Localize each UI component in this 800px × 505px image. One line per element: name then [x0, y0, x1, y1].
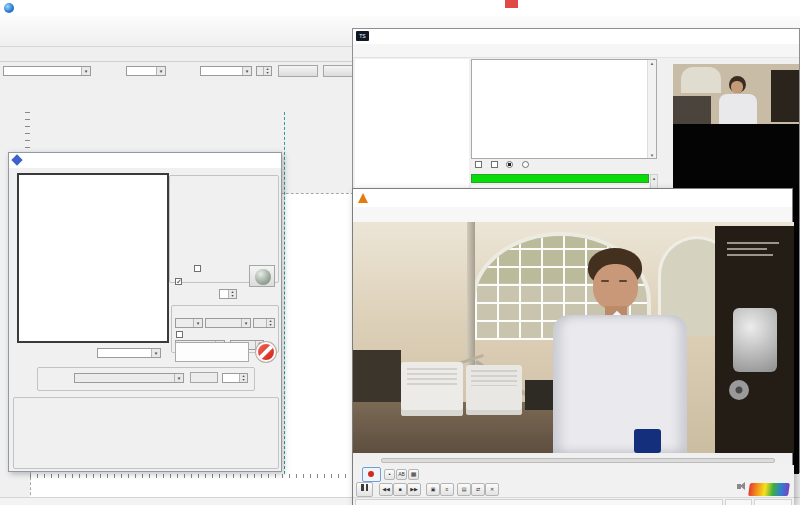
- pls-search-checkbox[interactable]: [194, 265, 204, 272]
- dialog-close-button[interactable]: [267, 155, 279, 166]
- screen: TS ▴: [0, 0, 800, 505]
- vlc-menubar: [353, 207, 792, 223]
- thumb-presenter-face: [731, 81, 743, 93]
- blind-search-checkbox[interactable]: [175, 278, 185, 285]
- banner-device-image: [733, 308, 777, 372]
- vlc-cone-icon: [358, 193, 368, 203]
- microphone-flag: [634, 429, 661, 453]
- fullscreen-button[interactable]: ▣: [426, 483, 440, 496]
- thumb-presenter-shirt: [719, 94, 757, 124]
- carrier-search-dialog: [8, 152, 282, 472]
- next-button[interactable]: ▶▶: [407, 483, 421, 496]
- modcode-select[interactable]: [74, 373, 184, 383]
- stop-button[interactable]: ■: [393, 483, 407, 496]
- vlc-controls: • AB ▦ ◀◀ ■ ▶▶ ▣ ≡ ▤ ⇄ ✕: [353, 465, 794, 497]
- vlc-video-frame[interactable]: [353, 222, 794, 453]
- volume-icon[interactable]: [737, 484, 741, 489]
- detect-button[interactable]: [190, 372, 218, 383]
- iqscan-select[interactable]: [97, 348, 161, 358]
- crazyscan-titlebar: [0, 0, 800, 17]
- detect-interval-spinner[interactable]: [222, 373, 248, 383]
- tsreader-titlebar[interactable]: TS: [353, 29, 799, 44]
- vlc-minimize-button[interactable]: [734, 189, 752, 205]
- extended-settings-button[interactable]: ≡: [440, 483, 454, 496]
- presenter-face: [593, 264, 638, 310]
- snapshot-button[interactable]: •: [384, 469, 395, 480]
- globe-button[interactable]: [249, 265, 275, 287]
- loop-button[interactable]: ⇄: [471, 483, 485, 496]
- seek-slider[interactable]: [381, 458, 775, 463]
- thumb-equipment: [673, 96, 711, 124]
- pause-button[interactable]: [356, 482, 373, 497]
- carrier-marker-line: [284, 112, 285, 474]
- previous-button[interactable]: ◀◀: [379, 483, 393, 496]
- counter-display: [175, 342, 249, 362]
- active-pids-row: [471, 161, 657, 173]
- globe-icon: [255, 269, 271, 285]
- dialog-titlebar[interactable]: [9, 153, 281, 168]
- stream-url: [355, 499, 723, 505]
- tsreader-menubar: [353, 44, 799, 58]
- stream-to-file-checkbox[interactable]: [176, 331, 186, 338]
- sort-by-rate-radio[interactable]: [506, 162, 516, 168]
- random-button[interactable]: ✕: [485, 483, 499, 496]
- exhibition-banner: [715, 226, 794, 453]
- background-close-button-fragment[interactable]: [505, 0, 518, 8]
- tsreader-tree: [355, 59, 469, 190]
- thumb-banner: [771, 70, 799, 122]
- pid-rate-bar: [471, 174, 649, 183]
- exhibit-device-1: [401, 362, 463, 416]
- position-spinner[interactable]: [256, 66, 272, 76]
- tsreader-icon: TS: [356, 31, 369, 41]
- blind-results-group: [13, 397, 279, 469]
- record-button[interactable]: [362, 467, 381, 482]
- vlc-seek-row: [353, 453, 794, 465]
- playback-rate[interactable]: [725, 499, 752, 505]
- tsreader-info-pane: [471, 59, 657, 159]
- banner-wheel-image: [729, 380, 749, 400]
- vlc-statusbar: [353, 497, 794, 505]
- frame-button[interactable]: ▦: [408, 469, 419, 480]
- vlc-close-button[interactable]: [772, 189, 790, 205]
- constellation-plot: [17, 173, 169, 343]
- port-spinner[interactable]: [253, 318, 275, 328]
- video-decode-thumbnail: [673, 64, 799, 124]
- vlc-titlebar[interactable]: [353, 189, 792, 207]
- loop-ab-button[interactable]: AB: [396, 469, 407, 480]
- exhibit-device-2: [466, 365, 522, 415]
- dialog-help-button[interactable]: [253, 155, 265, 166]
- protocol-select[interactable]: [175, 318, 203, 328]
- vlc-maximize-button[interactable]: [753, 189, 771, 205]
- disabled-checkbox[interactable]: [475, 162, 485, 168]
- time-status[interactable]: [754, 499, 792, 505]
- exhibit-device-3: [525, 380, 553, 410]
- diseqc10-select[interactable]: [126, 66, 166, 76]
- presenter-shirt: [553, 315, 687, 453]
- ip-input[interactable]: [205, 318, 251, 328]
- x-axis-minor-ticks: [30, 474, 352, 478]
- constellation-icon: [11, 154, 22, 165]
- vlc-window: • AB ▦ ◀◀ ■ ▶▶ ▣ ≡ ▤ ⇄ ✕: [352, 188, 793, 505]
- modcode-filter-group: [37, 367, 255, 391]
- positioner-button[interactable]: [278, 65, 318, 77]
- diseqc1x-select[interactable]: [200, 66, 252, 76]
- info-scrollbar[interactable]: [647, 60, 656, 158]
- playlist-button[interactable]: ▤: [457, 483, 471, 496]
- tv-logo: [748, 483, 790, 496]
- stop-icon[interactable]: [256, 342, 276, 362]
- sort-by-pid-radio[interactable]: [522, 162, 532, 168]
- sort-descending-checkbox[interactable]: [491, 162, 501, 168]
- tuner-select[interactable]: [3, 66, 91, 76]
- crazyscan-app-icon: [4, 3, 14, 13]
- thumb-window: [681, 67, 721, 93]
- dot-size-spinner[interactable]: [219, 289, 237, 299]
